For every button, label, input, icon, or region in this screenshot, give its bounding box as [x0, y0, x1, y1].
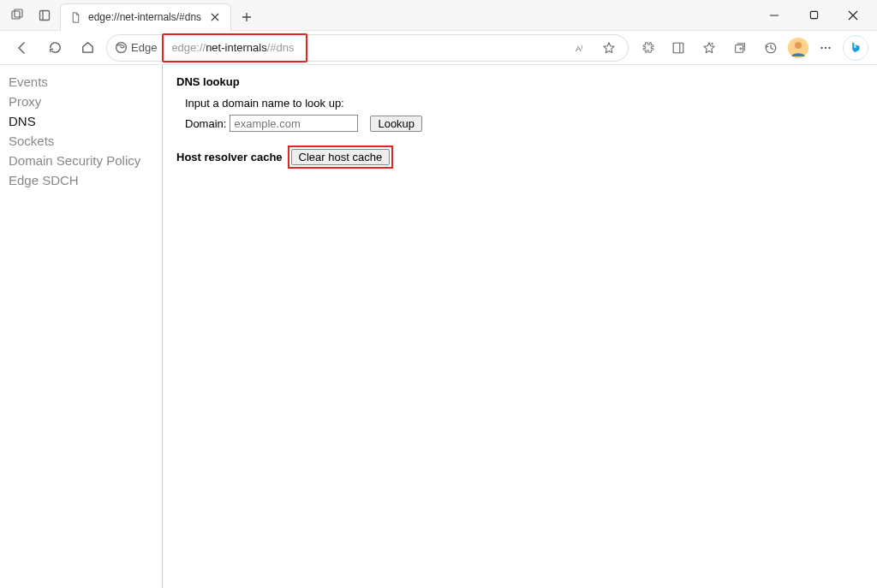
close-tab-icon[interactable]	[208, 10, 222, 24]
site-identity[interactable]: Edge	[114, 41, 163, 55]
svg-rect-2	[40, 10, 50, 20]
svg-point-12	[795, 42, 802, 49]
svg-point-14	[825, 46, 826, 48]
tab-actions-icon[interactable]	[5, 3, 29, 27]
main-panel: DNS lookup Input a domain name to look u…	[163, 65, 877, 588]
domain-row: Domain: Lookup	[185, 115, 863, 132]
favorite-star-icon[interactable]	[597, 36, 621, 60]
toolbar-right-icons	[634, 34, 868, 62]
instruction-row: Input a domain name to look up:	[185, 97, 863, 110]
sidebar-item-events[interactable]: Events	[7, 72, 155, 92]
favorites-icon[interactable]	[695, 34, 723, 62]
edge-icon	[114, 41, 128, 55]
sidebar: Events Proxy DNS Sockets Domain Security…	[0, 65, 163, 588]
browser-tab[interactable]: edge://net-internals/#dns	[60, 3, 231, 31]
sidebar-item-dns[interactable]: DNS	[7, 111, 155, 131]
svg-point-15	[828, 46, 830, 48]
url-text: edge://net-internals/#dns	[171, 41, 294, 54]
sidebar-item-domain-security[interactable]: Domain Security Policy	[7, 151, 155, 170]
svg-rect-0	[12, 11, 20, 19]
svg-rect-4	[810, 11, 817, 18]
more-menu-icon[interactable]	[812, 34, 839, 62]
svg-point-13	[820, 46, 822, 48]
svg-text:A⁾: A⁾	[576, 43, 583, 52]
tab-title: edge://net-internals/#dns	[88, 11, 201, 23]
titlebar: edge://net-internals/#dns	[0, 0, 877, 31]
read-aloud-icon[interactable]: A⁾	[570, 36, 594, 60]
site-identity-label: Edge	[131, 41, 157, 54]
cache-row: Host resolver cache Clear host cache	[176, 146, 863, 169]
close-window-button[interactable]	[834, 2, 872, 29]
page-icon	[69, 11, 81, 23]
home-button[interactable]	[74, 34, 101, 62]
bing-chat-icon[interactable]	[843, 35, 868, 61]
refresh-button[interactable]	[41, 34, 69, 62]
history-icon[interactable]	[757, 34, 785, 62]
window-controls	[755, 2, 872, 29]
maximize-button[interactable]	[795, 2, 832, 29]
annotation-highlight-clear: Clear host cache	[288, 146, 394, 169]
new-tab-button[interactable]	[235, 5, 259, 29]
back-button[interactable]	[9, 34, 36, 62]
page-heading: DNS lookup	[176, 75, 863, 88]
toolbar: Edge edge://net-internals/#dns A⁾	[0, 31, 877, 65]
sidebar-item-edge-sdch[interactable]: Edge SDCH	[7, 170, 155, 190]
lookup-button[interactable]: Lookup	[370, 116, 422, 132]
clear-host-cache-button[interactable]: Clear host cache	[291, 149, 391, 165]
sidebar-panel-icon[interactable]	[665, 34, 692, 62]
content-area: Events Proxy DNS Sockets Domain Security…	[0, 65, 877, 588]
domain-input[interactable]	[230, 115, 358, 132]
svg-rect-1	[15, 9, 22, 17]
extensions-icon[interactable]	[634, 34, 661, 62]
vertical-tabs-icon[interactable]	[33, 3, 57, 27]
address-bar[interactable]: Edge edge://net-internals/#dns A⁾	[106, 34, 629, 62]
minimize-button[interactable]	[755, 2, 793, 29]
sidebar-item-sockets[interactable]: Sockets	[7, 131, 155, 151]
collections-icon[interactable]	[726, 34, 754, 62]
profile-avatar[interactable]	[788, 38, 808, 58]
instruction-text: Input a domain name to look up:	[185, 97, 344, 110]
svg-rect-7	[673, 43, 683, 53]
sidebar-item-proxy[interactable]: Proxy	[7, 92, 155, 111]
domain-label: Domain:	[185, 117, 226, 130]
cache-label: Host resolver cache	[176, 151, 283, 163]
